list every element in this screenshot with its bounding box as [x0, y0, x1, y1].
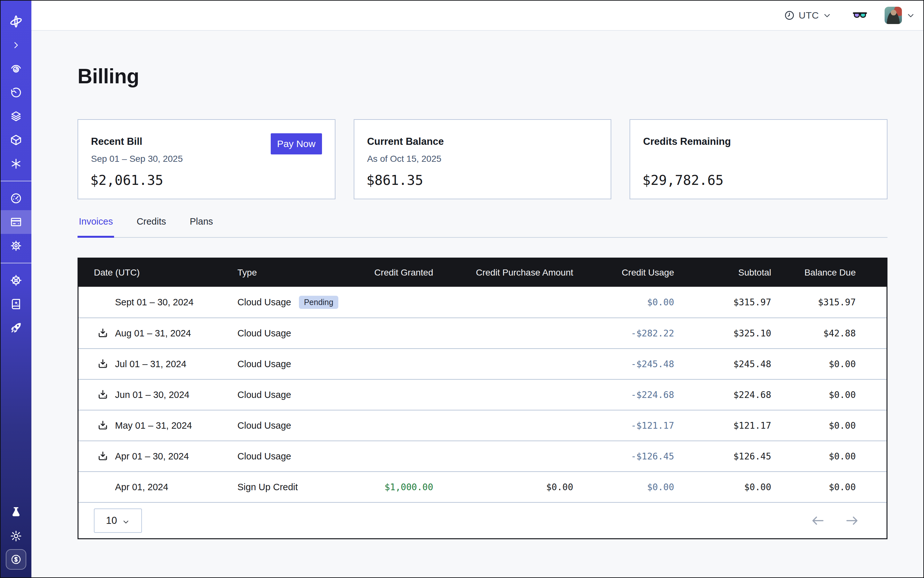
download-icon[interactable] [97, 450, 109, 462]
invoices-table: Date (UTC)TypeCredit GrantedCredit Purch… [78, 258, 887, 539]
spiral-eye-icon [10, 63, 22, 75]
type-cell: Cloud Usage [237, 390, 359, 400]
sidebar [1, 1, 31, 577]
subtotal-cell: $315.97 [674, 297, 771, 308]
sidebar-item-gear[interactable] [1, 234, 31, 258]
sidebar-item-logo[interactable] [1, 10, 31, 33]
glasses-icon[interactable] [853, 8, 867, 23]
invoice-type: Cloud Usage [237, 328, 291, 339]
table-footer: 10 [78, 502, 887, 538]
prev-page-button[interactable] [811, 514, 825, 528]
chevron-right-icon [11, 41, 21, 50]
gauge-icon [10, 192, 22, 205]
sidebar-group-bottom [1, 500, 31, 577]
credit-usage-cell: $0.00 [573, 482, 674, 492]
sidebar-item-dollar-badge[interactable] [6, 549, 26, 570]
book-sparkle-icon [10, 298, 22, 310]
avatar[interactable] [885, 7, 902, 24]
credit-usage-cell: -$224.68 [573, 390, 674, 400]
sidebar-item-flask[interactable] [1, 500, 31, 524]
sidebar-divider [1, 263, 31, 263]
invoice-type: Cloud Usage [237, 421, 291, 431]
sidebar-item-chevron-right[interactable] [1, 33, 31, 57]
table-row: Apr 01 – 30, 2024Cloud Usage-$126.45$126… [78, 440, 887, 471]
type-cell: Cloud Usage [237, 359, 359, 369]
sidebar-item-ship-wheel[interactable] [1, 268, 31, 292]
balance-due-cell: $0.00 [771, 421, 856, 431]
card-amount: $29,782.65 [642, 172, 723, 188]
download-icon[interactable] [97, 420, 109, 431]
tab-plans[interactable]: Plans [188, 215, 214, 238]
download-slot [94, 328, 115, 339]
download-icon[interactable] [97, 328, 109, 339]
recent-bill-card: Recent Bill Sep 01 – Sep 30, 2025 $2,061… [78, 119, 335, 199]
column-header-type: Type [237, 268, 359, 278]
timezone-label: UTC [799, 10, 819, 21]
sidebar-item-credit-card[interactable] [1, 210, 31, 234]
sidebar-item-book-sparkle[interactable] [1, 292, 31, 316]
timezone-selector[interactable]: UTC [784, 10, 831, 21]
table-row: Aug 01 – 31, 2024Cloud Usage-$282.22$325… [78, 318, 887, 348]
date-cell: Apr 01, 2024 [94, 482, 237, 492]
sidebar-item-asterisk[interactable] [1, 152, 31, 175]
balance-due-cell: $0.00 [771, 451, 856, 462]
layers-icon [10, 110, 22, 122]
table-header: Date (UTC)TypeCredit GrantedCredit Purch… [78, 258, 887, 287]
download-icon[interactable] [97, 389, 109, 401]
invoice-type: Sign Up Credit [237, 482, 298, 492]
type-cell: Sign Up Credit [237, 482, 359, 492]
date-cell: May 01 – 31, 2024 [94, 420, 237, 431]
sidebar-item-gauge[interactable] [1, 187, 31, 210]
download-slot [94, 420, 115, 431]
card-subtitle: Sep 01 – Sep 30, 2025 [91, 154, 183, 164]
page-title: Billing [78, 66, 887, 86]
current-balance-card: Current Balance As of Oct 15, 2025 $861.… [354, 119, 612, 199]
flask-icon [10, 506, 22, 518]
column-header-credit-usage: Credit Usage [573, 268, 674, 278]
summary-cards: Recent Bill Sep 01 – Sep 30, 2025 $2,061… [78, 119, 887, 199]
sidebar-item-cube[interactable] [1, 128, 31, 152]
page-size-select[interactable]: 10 [94, 508, 142, 533]
type-cell: Cloud UsagePending [237, 296, 359, 309]
download-slot [94, 358, 115, 370]
card-title: Current Balance [367, 136, 444, 148]
sidebar-item-timer[interactable] [1, 81, 31, 104]
column-header-credit-purchase-amount: Credit Purchase Amount [433, 268, 573, 278]
chevron-down-icon [122, 517, 130, 524]
invoice-date: Sept 01 – 30, 2024 [115, 297, 193, 308]
invoice-date: Apr 01, 2024 [115, 482, 168, 492]
page-size-value: 10 [106, 515, 117, 526]
rocket-icon [10, 321, 22, 334]
date-cell: Sept 01 – 30, 2024 [94, 297, 237, 308]
table-row: Sept 01 – 30, 2024Cloud UsagePending$0.0… [78, 287, 887, 318]
sidebar-item-layers[interactable] [1, 104, 31, 128]
table-row: Jun 01 – 30, 2024Cloud Usage-$224.68$224… [78, 379, 887, 410]
credit-usage-cell: -$245.48 [573, 359, 674, 369]
tab-credits[interactable]: Credits [135, 215, 167, 238]
logo-icon [9, 15, 23, 29]
billing-tabs: InvoicesCreditsPlans [78, 215, 887, 238]
asterisk-icon [10, 157, 22, 170]
next-page-button[interactable] [845, 514, 859, 528]
table-body: Sept 01 – 30, 2024Cloud UsagePending$0.0… [78, 287, 887, 502]
credit-card-icon [10, 216, 22, 228]
card-title: Credits Remaining [643, 136, 731, 148]
subtotal-cell: $224.68 [674, 390, 771, 400]
topbar: UTC [31, 1, 923, 31]
subtotal-cell: $245.48 [674, 359, 771, 369]
column-header-date-utc: Date (UTC) [94, 268, 237, 278]
pay-now-button[interactable]: Pay Now [271, 133, 322, 154]
card-amount: $861.35 [367, 172, 423, 188]
download-icon[interactable] [97, 358, 109, 370]
subtotal-cell: $126.45 [674, 451, 771, 462]
sidebar-item-spiral-eye[interactable] [1, 57, 31, 81]
sidebar-item-rocket[interactable] [1, 316, 31, 339]
column-header-subtotal: Subtotal [674, 268, 771, 278]
invoice-date: Apr 01 – 30, 2024 [115, 451, 189, 462]
sidebar-group-resources [1, 268, 31, 339]
chevron-down-icon[interactable] [906, 11, 915, 20]
sidebar-item-sun[interactable] [1, 524, 31, 548]
tab-invoices[interactable]: Invoices [78, 215, 114, 238]
sidebar-group-billing [1, 187, 31, 258]
date-cell: Apr 01 – 30, 2024 [94, 450, 237, 462]
